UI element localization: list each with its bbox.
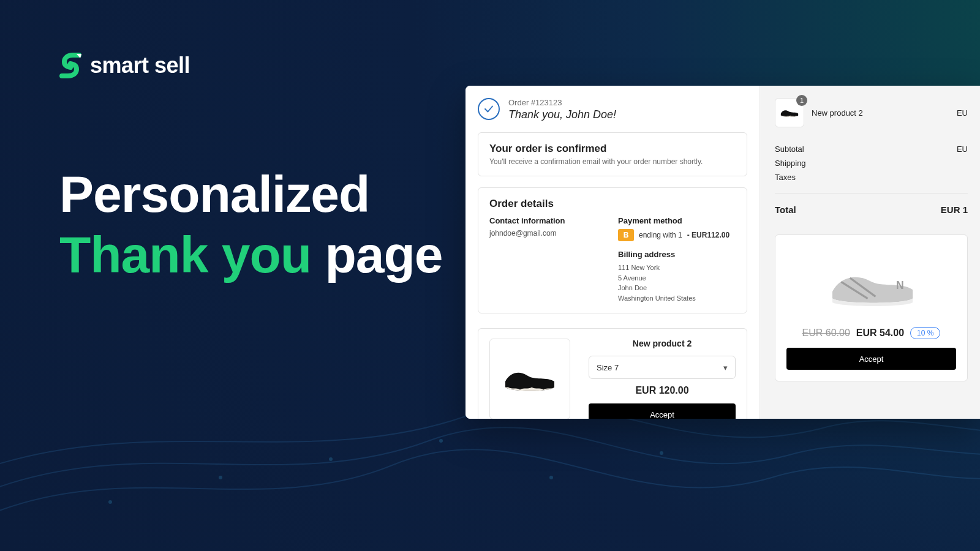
headline-accent: Thank you	[59, 226, 311, 283]
cart-line: 1 New product 2 EU	[775, 98, 968, 127]
contact-col: Contact information johndoe@gmail.com	[489, 216, 607, 303]
svg-point-0	[108, 500, 112, 504]
taxes-row: Taxes	[775, 170, 968, 184]
headline-line-1: Personalized	[59, 164, 451, 225]
sneaker-dark-icon	[499, 362, 560, 396]
upsell-main-thumbnail	[489, 339, 570, 419]
marketing-hero: smart sell Personalized Thank you page O…	[0, 0, 980, 551]
accept-side-button[interactable]: Accept	[786, 348, 956, 370]
billing-address: 111 New York 5 Avenue John Doe Washingto…	[618, 263, 736, 303]
headline-rest-text: page	[325, 226, 442, 283]
total-row: Total EUR 1	[775, 202, 968, 217]
payment-ending: ending with 1	[639, 231, 682, 239]
order-thanks: Thank you, John Doe!	[508, 108, 616, 121]
billing-line: Washington United States	[618, 293, 736, 304]
brand-name: smart sell	[90, 53, 190, 78]
order-number: Order #123123	[508, 98, 616, 107]
accept-main-button[interactable]: Accept	[589, 403, 736, 419]
payment-head: Payment method	[618, 216, 736, 225]
upsell-main-panel: New product 2 Size 7 ▾ EUR 120.00 Accept	[478, 328, 747, 419]
svg-point-5	[660, 451, 663, 455]
size-select-label: Size 7	[597, 363, 619, 372]
billing-line: John Doe	[618, 283, 736, 293]
sneaker-grey-icon: N	[823, 252, 921, 313]
chevron-down-icon: ▾	[714, 363, 728, 372]
svg-point-1	[219, 476, 222, 479]
billing-line: 5 Avenue	[618, 273, 736, 283]
cart-item-price: EU	[957, 108, 968, 118]
total-label: Total	[775, 204, 796, 215]
payment-amount: - EUR112.00	[687, 231, 729, 239]
upsell-main-meta: New product 2 Size 7 ▾ EUR 120.00 Accept	[589, 339, 736, 419]
subtotal-label: Subtotal	[775, 144, 804, 154]
size-select[interactable]: Size 7 ▾	[589, 356, 736, 379]
confirmed-panel: Your order is confirmed You'll receive a…	[478, 132, 747, 176]
svg-text:N: N	[896, 279, 904, 291]
upsell-side-prices: EUR 60.00 EUR 54.00 10 %	[786, 327, 956, 339]
subtotal-value: EU	[957, 144, 968, 154]
svg-point-2	[329, 457, 333, 461]
hero-headline: Personalized Thank you page	[59, 164, 451, 285]
billing-head: Billing address	[618, 250, 736, 259]
totals-block: Subtotal EU Shipping Taxes Total EUR 1	[775, 142, 968, 217]
sneaker-dark-icon	[779, 107, 800, 119]
total-value: EUR 1	[941, 204, 968, 215]
discount-badge: 10 %	[910, 327, 940, 339]
brand-mark-icon	[59, 53, 81, 78]
svg-point-3	[439, 439, 443, 443]
thank-you-main: Order #123123 Thank you, John Doe! Your …	[466, 86, 760, 419]
upsell-side-panel: N EUR 60.00 EUR 54.00 10 % Accept	[775, 234, 968, 381]
upsell-main-name: New product 2	[633, 339, 692, 348]
cart-qty-badge: 1	[796, 95, 807, 106]
headline-line-2: Thank you page	[59, 225, 451, 285]
subtotal-row: Subtotal EU	[775, 142, 968, 156]
payment-col: Payment method B ending with 1 - EUR112.…	[618, 216, 736, 303]
taxes-label: Taxes	[775, 173, 796, 182]
order-header: Order #123123 Thank you, John Doe!	[478, 98, 747, 121]
brand-logo: smart sell	[59, 53, 190, 78]
cart-item-name: New product 2	[812, 108, 863, 118]
details-title: Order details	[489, 198, 736, 210]
totals-divider	[775, 193, 968, 193]
card-brand-icon: B	[618, 229, 634, 241]
new-price: EUR 54.00	[856, 328, 904, 339]
confirmed-title: Your order is confirmed	[489, 143, 736, 155]
details-panel: Order details Contact information johndo…	[478, 187, 747, 313]
billing-line: 111 New York	[618, 263, 736, 273]
old-price: EUR 60.00	[802, 328, 850, 339]
confirmed-sub: You'll receive a confirmation email with…	[489, 157, 736, 166]
contact-head: Contact information	[489, 216, 607, 225]
shipping-row: Shipping	[775, 156, 968, 170]
svg-point-4	[549, 476, 553, 479]
cart-thumbnail: 1	[775, 98, 804, 127]
upsell-main-price: EUR 120.00	[635, 385, 688, 396]
order-summary: 1 New product 2 EU Subtotal EU Shipping	[760, 86, 980, 419]
shipping-label: Shipping	[775, 159, 806, 168]
contact-email: johndoe@gmail.com	[489, 229, 607, 238]
thank-you-window: Order #123123 Thank you, John Doe! Your …	[466, 86, 980, 419]
upsell-side-image: N	[786, 246, 956, 320]
checkmark-icon	[478, 98, 500, 120]
order-header-text: Order #123123 Thank you, John Doe!	[508, 98, 616, 121]
